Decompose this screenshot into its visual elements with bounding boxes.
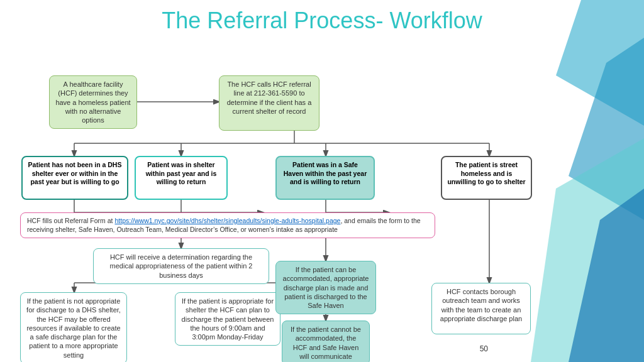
- not-accommodated-box: If the patient cannot be accommodated, t…: [282, 321, 370, 362]
- patient-street-box: The patient is street homeless and is un…: [441, 156, 532, 200]
- flowchart: A healthcare facility (HCF) determines t…: [11, 38, 633, 358]
- patient-shelter-box: Patient was in shelter within past year …: [135, 156, 228, 200]
- hcf-contacts-box: HCF contacts borough outreach team and w…: [431, 283, 531, 334]
- hcf-start-box: A healthcare facility (HCF) determines t…: [49, 75, 137, 129]
- hcf-fills-box: HCF fills out Referral Form at https://w…: [20, 212, 435, 238]
- hcf-receive-box: HCF will receive a determination regardi…: [93, 248, 269, 284]
- hcf-fills-text: HCF fills out Referral Form at: [27, 217, 114, 224]
- patient-safehaven-box: Patient was in a Safe Haven within the p…: [275, 156, 375, 200]
- not-appropriate-box: If the patient is not appropriate for di…: [20, 292, 127, 362]
- accommodated-box: If the patient can be accommodated, appr…: [275, 261, 376, 314]
- patient-dhs-box: Patient has not been in a DHS shelter ev…: [21, 156, 128, 200]
- page-number: 50: [480, 344, 488, 353]
- page-title: The Referral Process- Workflow: [0, 0, 644, 38]
- hcf-calls-box: The HCF calls HCF referral line at 212-3…: [219, 75, 319, 131]
- appropriate-box: If the patient is appropriate for shelte…: [175, 292, 280, 346]
- hcf-fills-link[interactable]: https://www1.nyc.gov/site/dhs/shelter/si…: [114, 217, 340, 224]
